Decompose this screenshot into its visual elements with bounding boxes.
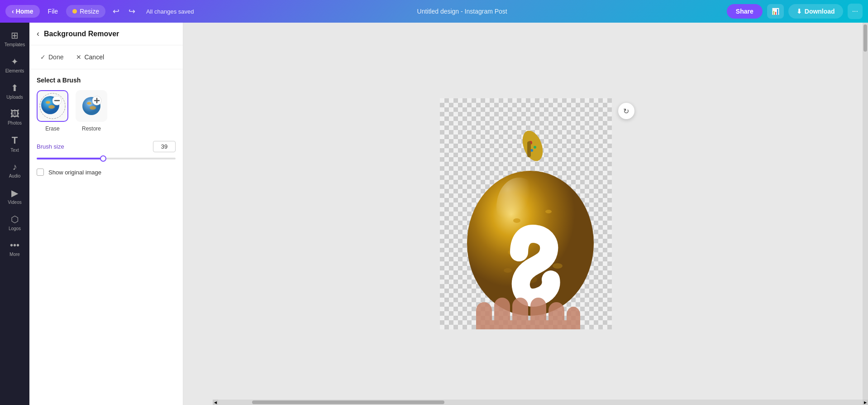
share-label: Share xyxy=(736,8,754,15)
more-options-button[interactable]: ··· xyxy=(848,4,863,19)
templates-icon: ⊞ xyxy=(11,30,19,41)
apple-image xyxy=(440,98,612,329)
home-label: Home xyxy=(16,8,33,15)
sidebar-item-videos[interactable]: ▶ Videos xyxy=(2,184,28,208)
vertical-scrollbar[interactable] xyxy=(863,23,868,405)
svg-point-24 xyxy=(553,263,563,269)
chevron-left-icon: ‹ xyxy=(12,8,14,15)
undo-button[interactable]: ↩ xyxy=(109,4,123,19)
sidebar-item-text[interactable]: T Text xyxy=(2,131,28,156)
sidebar-item-label: Videos xyxy=(8,200,21,205)
file-label: File xyxy=(48,8,58,15)
vertical-scroll-thumb[interactable] xyxy=(863,24,867,52)
svg-rect-16 xyxy=(527,141,531,157)
logos-icon: ⬡ xyxy=(11,214,19,225)
horizontal-scrollbar[interactable]: ◀ ▶ xyxy=(213,400,868,405)
select-brush-label: Select a Brush xyxy=(37,77,176,84)
share-button[interactable]: Share xyxy=(727,4,763,19)
elements-icon: ✦ xyxy=(11,56,19,67)
show-original-label[interactable]: Show original image xyxy=(48,169,101,176)
changes-saved-text: All changes saved xyxy=(143,8,198,15)
brush-size-slider[interactable] xyxy=(37,158,176,159)
panel-header: ‹ Background Remover xyxy=(29,23,183,45)
sidebar-item-label: Elements xyxy=(5,68,24,73)
sidebar-item-photos[interactable]: 🖼 Photos xyxy=(2,105,28,129)
brush-size-value: 39 xyxy=(153,141,176,152)
svg-point-4 xyxy=(46,101,50,104)
sidebar-item-label: Audio xyxy=(9,174,21,178)
redo-icon: ↪ xyxy=(129,7,135,16)
scroll-left-arrow[interactable]: ◀ xyxy=(213,400,218,405)
panel-toolbar: ✓ Done ✕ Cancel xyxy=(29,45,183,69)
scroll-right-arrow[interactable]: ▶ xyxy=(863,400,868,405)
download-icon: ⬇ xyxy=(796,8,802,15)
download-label: Download xyxy=(805,8,835,15)
brush-size-label: Brush size xyxy=(37,143,64,150)
resize-button[interactable]: Resize xyxy=(66,5,105,18)
svg-rect-32 xyxy=(476,320,580,329)
done-label: Done xyxy=(48,53,63,61)
audio-icon: ♪ xyxy=(13,162,17,172)
topbar-center: Untitled design - Instagram Post xyxy=(201,8,723,15)
sidebar-item-label: Text xyxy=(10,148,19,153)
erase-brush-thumb xyxy=(37,90,68,122)
slider-thumb[interactable] xyxy=(100,155,106,162)
download-button[interactable]: ⬇ Download xyxy=(788,4,843,19)
main-layout: ⊞ Templates ✦ Elements ⬆ Uploads 🖼 Photo… xyxy=(0,23,868,405)
file-button[interactable]: File xyxy=(43,5,63,18)
background-remover-panel: ‹ Background Remover ✓ Done ✕ Cancel Sel… xyxy=(29,23,183,405)
topbar: ‹ Home File Resize ↩ ↪ All changes saved… xyxy=(0,0,868,23)
more-icon: ••• xyxy=(10,240,19,251)
erase-brush-card[interactable]: Erase xyxy=(37,90,68,132)
svg-point-21 xyxy=(545,210,552,213)
erase-label: Erase xyxy=(45,125,59,132)
back-icon: ‹ xyxy=(37,29,39,39)
brush-options: Erase xyxy=(37,90,176,132)
redo-button[interactable]: ↪ xyxy=(125,4,139,19)
sidebar-item-templates[interactable]: ⊞ Templates xyxy=(2,26,28,51)
svg-point-5 xyxy=(48,105,55,109)
refresh-icon: ↻ xyxy=(623,107,629,116)
sidebar-item-more[interactable]: ••• More xyxy=(2,236,28,260)
resize-label: Resize xyxy=(80,8,99,15)
slider-track xyxy=(37,158,176,159)
canvas-area[interactable]: ↻ ◀ ▶ xyxy=(183,23,868,405)
done-button[interactable]: ✓ Done xyxy=(37,51,67,63)
brush-section: Select a Brush xyxy=(29,69,183,183)
design-title: Untitled design - Instagram Post xyxy=(417,8,507,15)
sidebar-item-label: More xyxy=(10,252,20,257)
restore-label: Restore xyxy=(82,125,101,132)
uploads-icon: ⬆ xyxy=(11,82,19,93)
svg-point-14 xyxy=(534,146,536,149)
svg-point-12 xyxy=(519,128,547,164)
sidebar-item-audio[interactable]: ♪ Audio xyxy=(2,158,28,182)
sidebar-item-logos[interactable]: ⬡ Logos xyxy=(2,210,28,235)
svg-point-8 xyxy=(90,106,96,110)
analytics-button[interactable]: 📊 xyxy=(767,4,784,19)
cancel-label: Cancel xyxy=(84,53,104,61)
home-button[interactable]: ‹ Home xyxy=(5,5,40,18)
show-original-checkbox[interactable] xyxy=(37,169,44,176)
chart-icon: 📊 xyxy=(772,8,779,15)
refresh-button[interactable]: ↻ xyxy=(618,103,634,119)
back-button[interactable]: ‹ xyxy=(37,29,39,39)
text-icon: T xyxy=(12,135,18,146)
erase-brush-svg xyxy=(39,92,66,120)
sidebar-item-label: Templates xyxy=(5,42,25,47)
sidebar-item-label: Uploads xyxy=(6,95,23,100)
cancel-button[interactable]: ✕ Cancel xyxy=(72,51,108,63)
brush-size-row: Brush size 39 xyxy=(37,141,176,152)
undo-redo-group: ↩ ↪ xyxy=(109,4,139,19)
restore-brush-card[interactable]: Restore xyxy=(76,90,107,132)
panel-title: Background Remover xyxy=(44,30,119,38)
more-icon: ··· xyxy=(852,7,858,15)
checkmark-icon: ✓ xyxy=(40,53,46,61)
videos-icon: ▶ xyxy=(11,188,18,198)
sidebar-item-label: Logos xyxy=(9,226,21,231)
slider-fill xyxy=(37,158,103,159)
left-sidebar: ⊞ Templates ✦ Elements ⬆ Uploads 🖼 Photo… xyxy=(0,23,29,405)
sidebar-item-elements[interactable]: ✦ Elements xyxy=(2,53,28,77)
photos-icon: 🖼 xyxy=(10,109,19,119)
sidebar-item-uploads[interactable]: ⬆ Uploads xyxy=(2,79,28,103)
svg-point-23 xyxy=(504,268,512,273)
